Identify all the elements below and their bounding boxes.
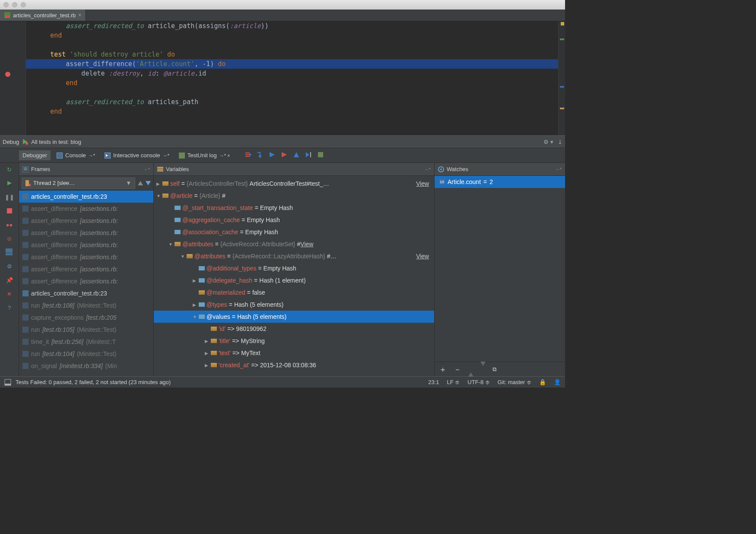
tab-testunit-log[interactable]: TestUnit log →* × [175, 150, 234, 160]
breakpoint-icon[interactable] [5, 72, 10, 77]
restore-icon[interactable]: →* [143, 167, 150, 172]
frame-next-icon[interactable] [146, 181, 151, 185]
frame-row[interactable]: run [test.rb:105] (Minitest::Test) [19, 324, 153, 336]
variable-row[interactable]: @article = {Article} # [154, 190, 434, 202]
run-to-cursor-icon[interactable] [305, 151, 312, 159]
restore-icon[interactable]: →* [424, 167, 431, 172]
inspection-indicator[interactable] [561, 22, 564, 25]
settings-icon[interactable]: ⚙ [6, 262, 13, 270]
variables-tree[interactable]: self = {ArticlesControllerTest} Articles… [154, 176, 434, 376]
variable-row[interactable]: @association_cache = Empty Hash [154, 226, 434, 238]
evaluate-icon[interactable] [317, 151, 324, 159]
step-out-icon[interactable] [293, 151, 300, 159]
frame-row[interactable]: assert_difference [assertions.rb: [19, 263, 153, 275]
variable-row[interactable]: 'text' => MyText [154, 347, 434, 359]
variable-row[interactable]: @_start_transaction_state = Empty Hash [154, 202, 434, 214]
force-step-into-icon[interactable] [281, 151, 288, 159]
tab-debugger[interactable]: Debugger [19, 150, 51, 160]
frame-prev-icon[interactable] [138, 181, 143, 185]
variable-row[interactable]: @delegate_hash = Hash (1 element) [154, 274, 434, 286]
git-branch[interactable]: Git: master ≑ [498, 379, 531, 385]
frames-pane: Frames →* Thread 2 [slee… ▼ articles_con… [19, 163, 154, 376]
variable-row[interactable]: @values = Hash (5 elements) [154, 311, 434, 323]
frame-row[interactable]: assert_difference [assertions.rb: [19, 215, 153, 227]
step-over-icon[interactable] [257, 151, 264, 159]
frame-row[interactable]: on_signal [minitest.rb:334] (Min [19, 360, 153, 372]
pin-icon[interactable]: →* [89, 153, 95, 158]
frame-row[interactable]: run [test.rb:104] (Minitest::Test) [19, 348, 153, 360]
restore-icon[interactable]: →* [555, 167, 562, 172]
layout-icon[interactable] [6, 248, 13, 256]
frame-row[interactable]: articles_controller_test.rb:23 [19, 191, 153, 203]
svg-rect-42 [157, 167, 163, 168]
frame-row[interactable]: assert_difference [assertions.rb: [19, 275, 153, 287]
move-down-icon[interactable] [480, 366, 486, 372]
pause-icon[interactable]: ❚❚ [6, 193, 13, 201]
frame-row[interactable]: articles_controller_test.rb:23 [19, 287, 153, 299]
file-encoding[interactable]: UTF-8 ≑ [467, 379, 489, 385]
watches-toolbar: ＋ － ⧉ [435, 362, 565, 376]
marker[interactable] [560, 38, 564, 40]
hector-icon[interactable]: 👤 [554, 379, 561, 385]
pin-icon[interactable]: 📌 [6, 276, 13, 284]
stop-icon[interactable] [6, 207, 13, 215]
rerun-icon[interactable]: ↻ [6, 165, 13, 173]
pin-icon[interactable]: →* [163, 153, 169, 158]
move-up-icon[interactable] [468, 366, 473, 372]
view-breakpoints-icon[interactable]: ●● [6, 221, 13, 229]
gear-icon[interactable]: ⚙ ▾ [543, 139, 553, 145]
frame-row[interactable]: run [test.rb:108] (Minitest::Test) [19, 299, 153, 312]
toolwindow-toggle-icon[interactable] [4, 379, 11, 386]
remove-watch-icon[interactable]: － [454, 364, 461, 375]
frame-row[interactable]: capture_exceptions [test.rb:205 [19, 312, 153, 324]
watch-item[interactable]: 10 Article.count = 2 [435, 176, 565, 188]
tab-console[interactable]: Console →* [53, 150, 98, 160]
marker[interactable] [560, 108, 564, 109]
caret-position[interactable]: 23:1 [428, 379, 439, 385]
variable-row[interactable]: @additional_types = Empty Hash [154, 262, 434, 274]
lock-icon[interactable]: 🔒 [539, 379, 546, 385]
step-into-icon[interactable] [269, 151, 276, 159]
resume-icon[interactable] [6, 179, 13, 187]
variable-row[interactable]: @attributes = {ActiveRecord::AttributeSe… [154, 238, 434, 250]
add-watch-icon[interactable]: ＋ [439, 364, 447, 375]
frames-list[interactable]: articles_controller_test.rb:23assert_dif… [19, 191, 153, 376]
traffic-min[interactable] [12, 2, 17, 7]
svg-rect-39 [22, 339, 29, 345]
svg-rect-40 [22, 351, 29, 357]
file-tab[interactable]: articles_controller_test.rb × [0, 10, 86, 21]
pin-icon[interactable]: →* × [219, 153, 230, 158]
mute-breakpoints-icon[interactable]: ⊘ [6, 235, 13, 242]
copy-icon[interactable]: ⧉ [492, 366, 496, 373]
variable-row[interactable]: 'title' => MyString [154, 335, 434, 347]
download-icon[interactable]: ⤓ [558, 139, 562, 145]
frame-row[interactable]: assert_difference [assertions.rb: [19, 251, 153, 263]
frame-row[interactable]: assert_difference [assertions.rb: [19, 239, 153, 251]
editor[interactable]: assert_redirected_to article_path(assign… [0, 21, 565, 135]
code-area[interactable]: assert_redirected_to article_path(assign… [26, 21, 558, 135]
tab-interactive-console[interactable]: Interactive console →* [101, 150, 173, 160]
variable-row[interactable]: self = {ArticlesControllerTest} Articles… [154, 178, 434, 190]
help-icon[interactable]: ? [6, 304, 13, 312]
svg-rect-23 [24, 168, 27, 168]
variable-row[interactable]: @types = Hash (5 elements) [154, 299, 434, 311]
variable-row[interactable]: 'created_at' => 2015-12-08 03:08:36 [154, 359, 434, 371]
close-icon[interactable]: ✕ [6, 290, 13, 298]
variable-row[interactable]: @aggregation_cache = Empty Hash [154, 214, 434, 226]
variable-row[interactable]: @attributes = {ActiveRecord::LazyAttribu… [154, 250, 434, 262]
frame-row[interactable]: assert_difference [assertions.rb: [19, 227, 153, 239]
gutter[interactable] [0, 21, 26, 135]
traffic-zoom[interactable] [21, 2, 26, 7]
show-execution-point-icon[interactable] [245, 151, 251, 159]
frames-header: Frames →* [19, 163, 153, 176]
watches-list[interactable]: 10 Article.count = 2 [435, 176, 565, 362]
variable-row[interactable]: @materialized = false [154, 286, 434, 299]
frame-row[interactable]: assert_difference [assertions.rb: [19, 203, 153, 215]
thread-dropdown[interactable]: Thread 2 [slee… ▼ [22, 178, 135, 189]
marker[interactable] [560, 86, 564, 88]
frame-row[interactable]: time_it [test.rb:256] (Minitest::T [19, 336, 153, 348]
line-separator[interactable]: LF ≑ [447, 379, 460, 385]
variable-row[interactable]: 'id' => 980190962 [154, 323, 434, 335]
traffic-close[interactable] [3, 2, 9, 7]
close-icon[interactable]: × [78, 12, 81, 18]
